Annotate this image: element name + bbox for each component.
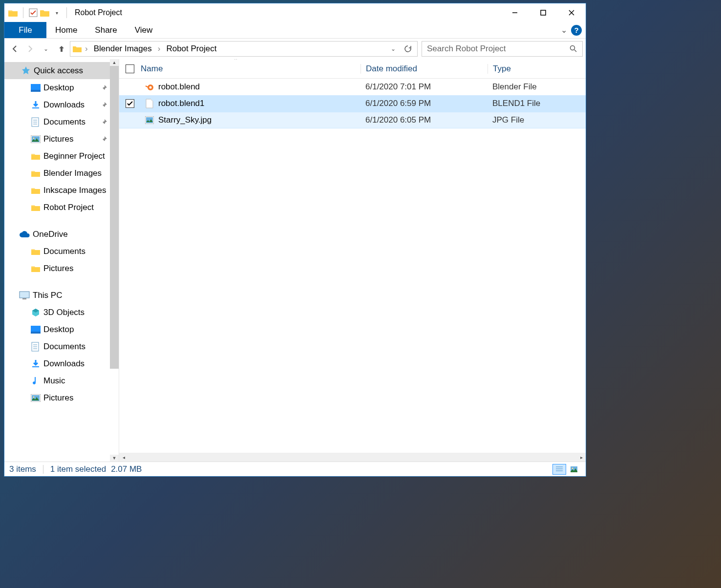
scrollbar-thumb[interactable]	[110, 66, 119, 369]
sidebar-item[interactable]: Pictures	[4, 130, 110, 147]
svg-rect-7	[31, 84, 41, 91]
scrollbar-down[interactable]: ▼	[110, 455, 119, 462]
sidebar-item[interactable]: Desktop	[4, 79, 110, 96]
row-checkbox[interactable]	[126, 99, 134, 108]
refresh-button[interactable]	[401, 41, 415, 57]
tab-view[interactable]: View	[126, 22, 162, 38]
file-name: robot.blend	[158, 82, 200, 92]
view-thumbnails-button[interactable]	[567, 464, 581, 475]
blender-icon	[145, 82, 154, 92]
sidebar-item-label: Pictures	[43, 134, 73, 144]
desktop-icon	[31, 83, 41, 93]
hscroll-right[interactable]: ▸	[577, 453, 586, 462]
music-icon	[31, 376, 41, 386]
tab-share[interactable]: Share	[86, 22, 126, 38]
recent-dropdown[interactable]: ⌄	[39, 41, 53, 57]
svg-rect-20	[31, 332, 41, 334]
folder-qat-icon[interactable]	[40, 8, 50, 18]
view-details-button[interactable]	[552, 464, 566, 475]
download-icon	[31, 100, 41, 110]
back-button[interactable]	[7, 41, 22, 57]
svg-rect-17	[20, 292, 29, 298]
address-dropdown[interactable]: ⌄	[386, 41, 401, 57]
svg-line-6	[574, 50, 576, 52]
sidebar-item[interactable]: Beginner Project	[4, 147, 110, 165]
maximize-button[interactable]	[529, 3, 557, 22]
sidebar-item-label: Documents	[43, 342, 85, 352]
ribbon-expand-icon[interactable]: ⌄	[561, 25, 567, 35]
document-icon	[31, 117, 41, 127]
sidebar-item-label: Desktop	[43, 325, 74, 335]
svg-point-5	[571, 46, 575, 50]
status-selection: 1 item selected	[50, 464, 106, 474]
breadcrumb-0[interactable]: Blender Images	[91, 42, 155, 56]
file-row[interactable]: robot.blend16/1/2020 6:59 PMBLEND1 File	[119, 95, 586, 112]
checkbox-qat-icon[interactable]	[28, 8, 38, 18]
sidebar-this-pc[interactable]: This PC	[4, 287, 110, 304]
sidebar-item[interactable]: Music	[4, 372, 110, 389]
sidebar-item[interactable]: 3D Objects	[4, 304, 110, 321]
horizontal-scrollbar[interactable]: ◂ ▸	[119, 453, 586, 462]
forward-button[interactable]	[23, 41, 38, 57]
hscroll-left[interactable]: ◂	[119, 453, 128, 462]
sidebar-item-label: Documents	[43, 117, 85, 127]
scrollbar-up[interactable]: ▲	[110, 59, 119, 66]
file-row[interactable]: robot.blend6/1/2020 7:01 PMBlender File	[119, 79, 586, 95]
folder-icon	[31, 203, 41, 212]
close-button[interactable]	[557, 3, 586, 22]
breadcrumb-chevron[interactable]: ›	[82, 42, 91, 56]
breadcrumb-1[interactable]: Robot Project	[163, 42, 219, 56]
svg-rect-25	[32, 366, 39, 367]
sidebar-item-label: Pictures	[43, 393, 73, 403]
sidebar-item[interactable]: Pictures	[4, 389, 110, 406]
help-button[interactable]: ?	[571, 25, 582, 36]
svg-point-37	[572, 467, 573, 469]
pin-icon	[101, 119, 107, 126]
sidebar-item[interactable]: Downloads	[4, 96, 110, 113]
window-title: Robot Project	[75, 8, 122, 17]
folder-icon	[8, 8, 18, 18]
qat-dropdown-icon[interactable]: ▾	[52, 8, 62, 18]
search-icon	[570, 45, 577, 53]
sidebar-item[interactable]: Documents	[4, 113, 110, 130]
folder-icon	[31, 168, 41, 178]
sidebar-item[interactable]: Documents	[4, 243, 110, 260]
sidebar-onedrive[interactable]: OneDrive	[4, 226, 110, 243]
folder-icon	[31, 151, 41, 161]
svg-rect-8	[31, 90, 41, 92]
column-type[interactable]: Type	[488, 64, 586, 74]
sidebar-item-label: Documents	[43, 247, 85, 256]
up-button[interactable]	[54, 41, 69, 57]
blank-icon	[145, 99, 154, 108]
column-date[interactable]: Date modified	[360, 64, 488, 74]
sidebar-item[interactable]: Inkscape Images	[4, 182, 110, 199]
svg-rect-18	[22, 298, 26, 299]
sidebar-item[interactable]: Documents	[4, 338, 110, 355]
address-bar[interactable]: › Blender Images › Robot Project ⌄	[70, 41, 418, 57]
tab-home[interactable]: Home	[46, 22, 86, 38]
file-date: 6/1/2020 7:01 PM	[360, 82, 488, 92]
breadcrumb-chevron[interactable]: ›	[155, 42, 164, 56]
sidebar-item[interactable]: Robot Project	[4, 199, 110, 216]
sidebar-item-label: Beginner Project	[43, 151, 105, 161]
pin-icon	[101, 84, 107, 91]
sidebar-item[interactable]: Pictures	[4, 260, 110, 277]
sidebar-item[interactable]: Desktop	[4, 321, 110, 338]
folder-icon	[31, 264, 41, 273]
sidebar-item[interactable]: Blender Images	[4, 165, 110, 182]
column-name[interactable]: Name⌃	[141, 64, 360, 74]
svg-rect-9	[32, 107, 39, 108]
sidebar-item[interactable]: Downloads	[4, 355, 110, 372]
pc-icon	[19, 291, 30, 300]
select-all-checkbox[interactable]	[126, 64, 134, 73]
sidebar-item-label: Blender Images	[43, 168, 102, 178]
minimize-button[interactable]	[501, 3, 529, 22]
star-icon	[21, 66, 31, 76]
file-tab[interactable]: File	[4, 22, 46, 38]
search-box[interactable]: Search Robot Project	[422, 41, 583, 57]
file-type: BLEND1 File	[488, 99, 586, 108]
sidebar-quick-access[interactable]: Quick access	[4, 62, 110, 79]
file-date: 6/1/2020 6:05 PM	[360, 115, 488, 125]
sidebar-item-label: Music	[43, 376, 65, 386]
file-row[interactable]: Starry_Sky.jpg6/1/2020 6:05 PMJPG File	[119, 112, 586, 128]
